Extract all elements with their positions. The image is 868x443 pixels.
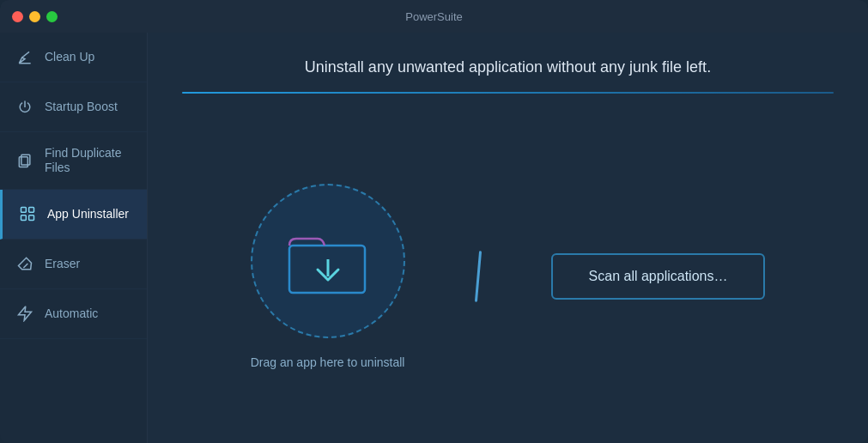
power-icon <box>15 99 34 116</box>
bolt-icon <box>15 305 34 322</box>
sidebar-item-cleanup[interactable]: Clean Up <box>0 33 147 82</box>
content-header: Uninstall any unwanted application witho… <box>148 33 868 109</box>
svg-line-10 <box>453 252 501 300</box>
folder-icon-wrap <box>285 227 371 295</box>
sidebar-label-duplicates: Find Duplicate Files <box>45 146 131 175</box>
svg-line-6 <box>23 264 27 268</box>
maximize-button[interactable] <box>46 11 58 22</box>
svg-rect-4 <box>21 215 27 221</box>
eraser-icon <box>15 255 34 272</box>
sidebar-label-startup: Startup Boost <box>45 100 118 114</box>
scan-all-button[interactable]: Scan all applications… <box>551 253 766 300</box>
pencil-icon <box>447 246 507 306</box>
grid-icon <box>18 205 37 222</box>
svg-rect-3 <box>29 208 34 213</box>
sidebar-item-eraser[interactable]: Eraser <box>0 240 147 289</box>
sidebar-item-uninstaller[interactable]: App Uninstaller <box>0 190 147 240</box>
content-body: Drag an app here to uninstall Scan all a… <box>148 109 868 443</box>
broom-icon <box>15 49 34 66</box>
app-title: PowerSuite <box>405 10 462 23</box>
pencil-divider <box>447 246 507 306</box>
content-divider <box>182 92 834 94</box>
sidebar-item-startup[interactable]: Startup Boost <box>0 82 147 132</box>
title-bar: PowerSuite <box>0 0 868 33</box>
content-area: Uninstall any unwanted application witho… <box>148 33 868 443</box>
svg-rect-2 <box>21 208 27 213</box>
close-button[interactable] <box>12 11 23 22</box>
drop-zone[interactable] <box>251 184 405 338</box>
sidebar-item-duplicates[interactable]: Find Duplicate Files <box>0 132 147 190</box>
main-layout: Clean Up Startup Boost Find Duplicate Fi… <box>0 33 868 443</box>
minimize-button[interactable] <box>29 11 40 22</box>
sidebar-item-automatic[interactable]: Automatic <box>0 289 147 339</box>
sidebar-label-cleanup: Clean Up <box>45 50 94 64</box>
drag-hint: Drag an app here to uninstall <box>251 355 405 369</box>
sidebar: Clean Up Startup Boost Find Duplicate Fi… <box>0 33 148 443</box>
drop-zone-container: Drag an app here to uninstall <box>251 184 405 369</box>
sidebar-label-uninstaller: App Uninstaller <box>47 207 129 222</box>
content-subtitle: Uninstall any unwanted application witho… <box>182 58 834 76</box>
traffic-lights <box>12 11 58 22</box>
files-icon <box>15 152 34 169</box>
sidebar-label-eraser: Eraser <box>45 257 80 271</box>
svg-rect-1 <box>21 155 30 165</box>
svg-rect-5 <box>29 215 34 221</box>
folder-icon <box>285 227 371 295</box>
sidebar-label-automatic: Automatic <box>45 306 98 321</box>
